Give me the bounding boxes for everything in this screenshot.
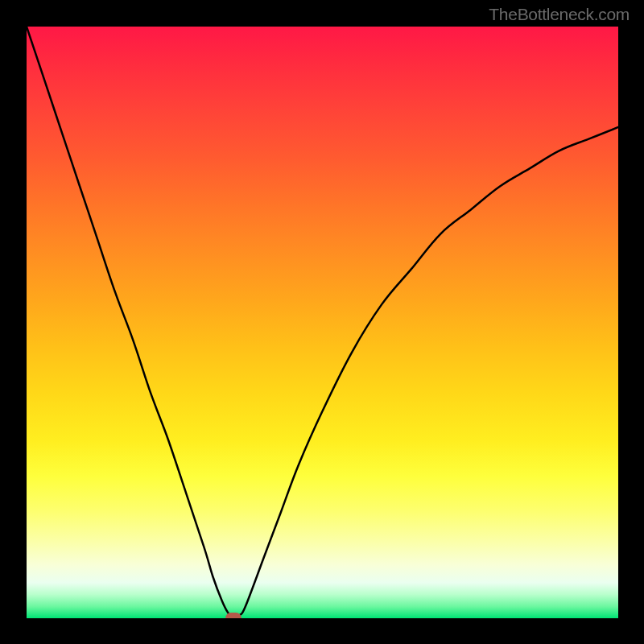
optimal-marker <box>225 613 242 618</box>
curve-svg <box>27 27 618 618</box>
plot-area <box>27 27 618 618</box>
bottleneck-curve <box>27 27 618 618</box>
watermark-text: TheBottleneck.com <box>489 5 630 24</box>
